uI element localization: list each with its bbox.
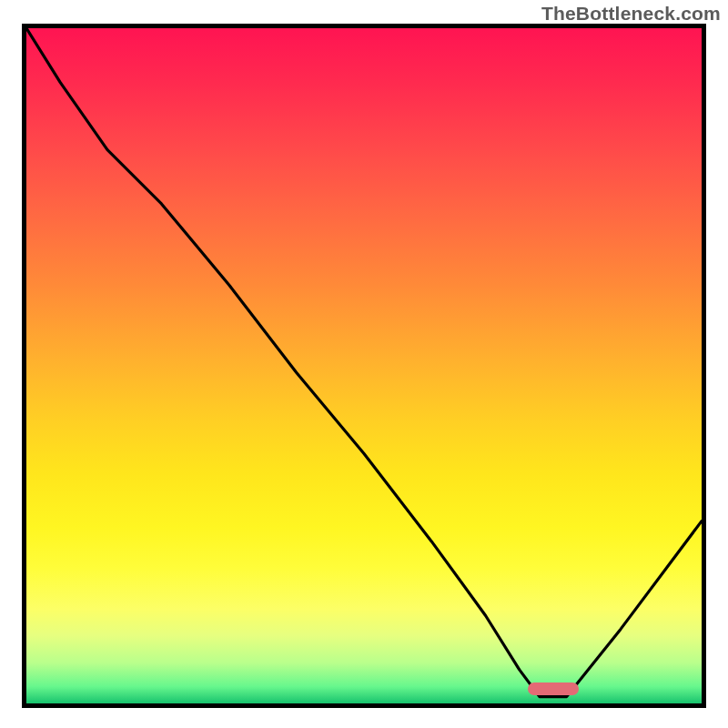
figure-root: TheBottleneck.com <box>0 0 728 728</box>
attribution-text: TheBottleneck.com <box>541 3 721 25</box>
axis-border-left <box>22 24 26 708</box>
chart-area <box>22 24 706 708</box>
axis-border-top <box>22 24 706 28</box>
curve-svg <box>26 28 702 703</box>
optimal-marker <box>528 682 579 695</box>
axis-border-right <box>702 24 706 708</box>
bottleneck-curve <box>26 28 702 697</box>
axis-border-bottom <box>22 703 706 708</box>
